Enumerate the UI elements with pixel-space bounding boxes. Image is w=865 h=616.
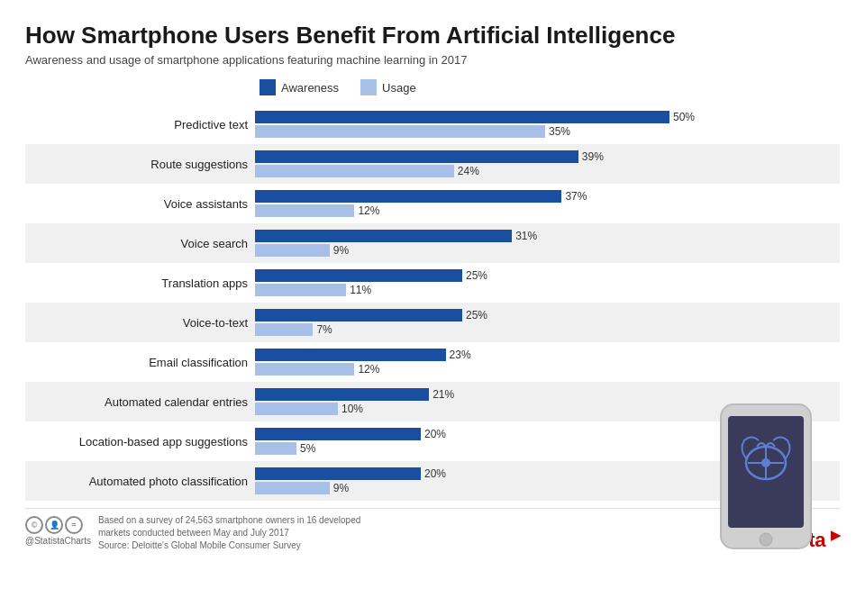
legend-usage-label: Usage xyxy=(382,81,416,95)
usage-bar-line: 35% xyxy=(255,125,840,138)
awareness-bar xyxy=(255,388,429,401)
bars-group: 25%7% xyxy=(255,304,840,340)
awareness-bar xyxy=(255,269,462,282)
awareness-bar xyxy=(255,190,561,203)
cc-icons: © 👤 = xyxy=(25,516,91,534)
usage-value: 10% xyxy=(341,403,363,415)
bars-group: 25%11% xyxy=(255,265,840,301)
awareness-bar xyxy=(255,428,421,440)
bar-row: Voice-to-text25%7% xyxy=(25,303,840,342)
row-label: Automated photo classification xyxy=(25,475,255,488)
awareness-bar xyxy=(255,230,512,242)
awareness-bar xyxy=(255,467,421,480)
bars-group: 31%9% xyxy=(255,225,840,261)
awareness-value: 50% xyxy=(673,111,695,123)
legend-usage-box xyxy=(360,79,377,95)
awareness-bar-line: 31% xyxy=(255,230,840,242)
row-label: Automated calendar entries xyxy=(25,395,255,409)
chart-legend: Awareness Usage xyxy=(260,79,840,95)
usage-bar-line: 24% xyxy=(255,165,840,177)
awareness-value: 23% xyxy=(450,349,471,361)
bars-group: 23%12% xyxy=(255,344,840,380)
row-label: Voice-to-text xyxy=(25,316,255,330)
awareness-bar-line: 23% xyxy=(255,349,840,361)
cc-label: @StatistaCharts xyxy=(25,536,91,546)
awareness-bar xyxy=(255,309,462,322)
usage-value: 24% xyxy=(458,165,479,177)
awareness-value: 39% xyxy=(582,150,604,163)
awareness-value: 37% xyxy=(565,190,587,203)
usage-bar xyxy=(255,284,346,296)
row-label: Email classification xyxy=(25,356,255,369)
bar-row: Voice search31%9% xyxy=(25,223,840,263)
usage-bar-line: 9% xyxy=(255,244,840,257)
row-label: Voice assistants xyxy=(25,197,255,211)
usage-value: 35% xyxy=(549,125,570,138)
usage-bar xyxy=(255,442,296,455)
awareness-value: 31% xyxy=(515,230,537,242)
awareness-bar-line: 25% xyxy=(255,269,840,282)
bar-row: Predictive text50%35% xyxy=(25,104,840,144)
legend-usage: Usage xyxy=(360,79,416,95)
usage-bar xyxy=(255,323,313,336)
awareness-bar xyxy=(255,150,578,163)
svg-point-5 xyxy=(761,458,770,467)
usage-bar-line: 7% xyxy=(255,323,840,336)
cc-icon: © xyxy=(25,516,43,534)
awareness-value: 25% xyxy=(466,269,487,282)
bars-group: 37%12% xyxy=(255,186,840,222)
legend-awareness-box xyxy=(260,79,276,95)
row-label: Translation apps xyxy=(25,276,255,290)
usage-bar xyxy=(255,165,454,177)
cc-section: © 👤 = @StatistaCharts xyxy=(25,514,91,546)
person-icon: 👤 xyxy=(45,516,63,534)
awareness-bar-line: 25% xyxy=(255,309,840,322)
row-label: Predictive text xyxy=(25,118,255,131)
usage-value: 5% xyxy=(300,442,315,455)
usage-value: 7% xyxy=(316,323,332,336)
awareness-bar xyxy=(255,349,446,361)
chart-container: How Smartphone Users Benefit From Artifi… xyxy=(0,0,865,616)
row-label: Location-based app suggestions xyxy=(25,435,255,448)
bars-group: 50%35% xyxy=(255,106,840,142)
usage-value: 9% xyxy=(333,482,349,494)
chart-subtitle: Awareness and usage of smartphone applic… xyxy=(25,53,840,67)
usage-bar-line: 12% xyxy=(255,363,840,376)
awareness-value: 20% xyxy=(424,428,446,440)
awareness-bar xyxy=(255,111,669,123)
awareness-bar-line: 39% xyxy=(255,150,840,163)
chart-title: How Smartphone Users Benefit From Artifi… xyxy=(25,22,840,50)
usage-value: 11% xyxy=(350,284,371,296)
bar-row: Voice assistants37%12% xyxy=(25,184,840,223)
usage-bar xyxy=(255,403,338,415)
usage-bar-line: 11% xyxy=(255,284,840,296)
legend-awareness: Awareness xyxy=(260,79,339,95)
bar-row: Email classification23%12% xyxy=(25,342,840,382)
footer-left: © 👤 = @StatistaCharts Based on a survey … xyxy=(25,514,360,552)
awareness-value: 20% xyxy=(424,467,446,480)
footer-source-text: Based on a survey of 24,563 smartphone o… xyxy=(98,514,360,552)
usage-value: 12% xyxy=(358,363,379,376)
usage-bar xyxy=(255,244,330,257)
awareness-bar-line: 50% xyxy=(255,111,840,123)
awareness-bar-line: 37% xyxy=(255,190,840,203)
bars-group: 39%24% xyxy=(255,146,840,182)
row-label: Route suggestions xyxy=(25,158,255,171)
legend-awareness-label: Awareness xyxy=(281,81,339,95)
usage-value: 12% xyxy=(358,204,379,217)
equals-icon: = xyxy=(65,516,83,534)
svg-point-6 xyxy=(760,533,772,546)
awareness-value: 21% xyxy=(432,388,454,401)
bar-row: Translation apps25%11% xyxy=(25,263,840,303)
usage-bar xyxy=(255,204,354,217)
bar-row: Route suggestions39%24% xyxy=(25,144,840,184)
awareness-value: 25% xyxy=(466,309,487,322)
usage-bar xyxy=(255,482,330,494)
usage-bar xyxy=(255,363,354,376)
usage-bar-line: 12% xyxy=(255,204,840,217)
usage-bar xyxy=(255,125,545,138)
row-label: Voice search xyxy=(25,237,255,250)
usage-value: 9% xyxy=(333,244,349,257)
phone-graphic xyxy=(712,400,820,544)
